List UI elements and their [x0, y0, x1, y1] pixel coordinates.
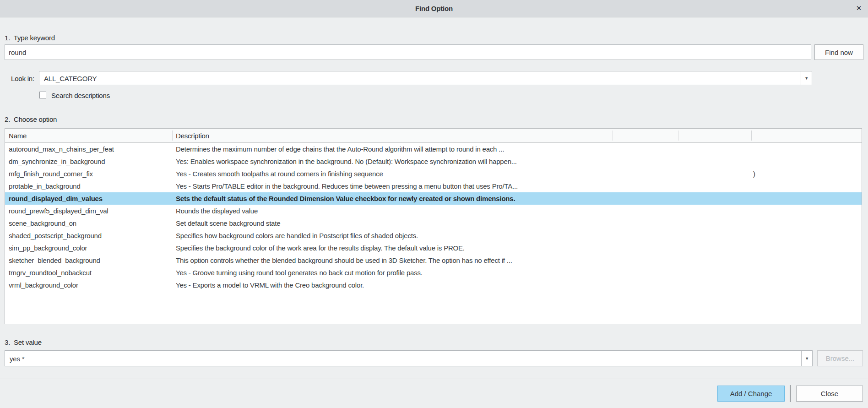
option-extra-cell: ) — [753, 168, 755, 180]
step2-label: 2. Choose option — [5, 115, 57, 123]
chevron-down-icon[interactable]: ▼ — [801, 71, 812, 85]
column-divider — [678, 131, 678, 141]
option-name: round_displayed_dim_values — [9, 192, 103, 205]
table-row[interactable]: shaded_postscript_backgroundSpecifies ho… — [5, 229, 862, 242]
column-divider — [751, 131, 752, 141]
search-descriptions-label: Search descriptions — [51, 92, 110, 99]
table-row[interactable]: round_prewf5_displayed_dim_valRounds the… — [5, 205, 862, 217]
option-description: Set default scene background state — [176, 217, 280, 229]
table-body: autoround_max_n_chains_per_featDetermine… — [5, 143, 862, 291]
option-name: mfg_finish_round_corner_fix — [9, 168, 93, 180]
keyword-input[interactable] — [5, 44, 811, 60]
table-row[interactable]: round_displayed_dim_valuesSets the defau… — [5, 192, 862, 205]
option-name: vrml_background_color — [9, 279, 78, 291]
find-option-dialog: Find Option ✕ 1. Type keyword Find now L… — [0, 0, 868, 408]
step1-label: 1. Type keyword — [5, 34, 55, 42]
footer-separator — [0, 379, 868, 379]
option-description: Sets the default status of the Rounded D… — [176, 192, 515, 205]
option-description: Determines the maximum number of edge ch… — [176, 143, 504, 155]
table-row[interactable]: autoround_max_n_chains_per_featDetermine… — [5, 143, 862, 155]
option-description: Rounds the displayed value — [176, 205, 258, 217]
option-description: This option controls whether the blended… — [176, 254, 512, 267]
option-description: Yes: Enables workspace synchronization i… — [176, 155, 517, 168]
table-row[interactable]: dm_synchronize_in_backgroundYes: Enables… — [5, 155, 862, 168]
look-in-value: ALL_CATEGORY — [44, 74, 97, 82]
look-in-label: Look in: — [11, 75, 34, 82]
option-name: sketcher_blended_background — [9, 254, 100, 267]
option-description: Specifies how background colors are hand… — [176, 229, 418, 242]
option-name: shaded_postscript_background — [9, 229, 102, 242]
option-name: scene_background_on — [9, 217, 76, 229]
option-name: autoround_max_n_chains_per_feat — [9, 143, 114, 155]
option-name: trngrv_roundtool_nobackcut — [9, 267, 92, 279]
column-header-description[interactable]: Description — [176, 132, 209, 140]
button-separator — [790, 385, 791, 402]
table-row[interactable]: protable_in_backgroundYes - Starts Pro/T… — [5, 180, 862, 192]
table-row[interactable]: mfg_finish_round_corner_fixYes - Creates… — [5, 168, 862, 180]
option-description: Yes - Exports a model to VRML with the C… — [176, 279, 364, 291]
set-value-text: yes * — [10, 354, 24, 362]
look-in-dropdown[interactable]: ALL_CATEGORY ▼ — [39, 71, 812, 85]
column-divider — [172, 131, 173, 141]
option-description: Specifies the background color of the wo… — [176, 242, 465, 254]
chevron-down-icon[interactable]: ▼ — [801, 351, 812, 366]
option-description: Yes - Creates smooth toolpaths at round … — [176, 168, 383, 180]
column-header-name[interactable]: Name — [9, 132, 27, 140]
table-row[interactable]: scene_background_onSet default scene bac… — [5, 217, 862, 229]
search-descriptions-checkbox[interactable] — [39, 92, 46, 98]
set-value-dropdown[interactable]: yes * ▼ — [5, 350, 813, 366]
option-name: round_prewf5_displayed_dim_val — [9, 205, 108, 217]
close-icon[interactable]: ✕ — [856, 4, 862, 12]
step3-label: 3. Set value — [5, 338, 42, 346]
titlebar: Find Option ✕ — [0, 0, 868, 17]
close-button[interactable]: Close — [796, 386, 863, 402]
option-description: Yes - Starts Pro/TABLE editor in the bac… — [176, 180, 518, 192]
options-table: Name Description autoround_max_n_chains_… — [5, 128, 862, 324]
dialog-title: Find Option — [0, 5, 868, 12]
option-description: Yes - Groove turning using round tool ge… — [176, 267, 423, 279]
option-name: protable_in_background — [9, 180, 81, 192]
table-row[interactable]: sketcher_blended_backgroundThis option c… — [5, 254, 862, 267]
option-name: dm_synchronize_in_background — [9, 155, 105, 168]
find-now-button[interactable]: Find now — [814, 44, 863, 60]
option-name: sim_pp_background_color — [9, 242, 87, 254]
table-header: Name Description — [5, 129, 862, 143]
table-row[interactable]: trngrv_roundtool_nobackcutYes - Groove t… — [5, 267, 862, 279]
add-change-button[interactable]: Add / Change — [717, 386, 785, 402]
table-row[interactable]: sim_pp_background_colorSpecifies the bac… — [5, 242, 862, 254]
column-divider — [613, 131, 613, 141]
table-row[interactable]: vrml_background_colorYes - Exports a mod… — [5, 279, 862, 291]
browse-button[interactable]: Browse... — [817, 350, 863, 366]
